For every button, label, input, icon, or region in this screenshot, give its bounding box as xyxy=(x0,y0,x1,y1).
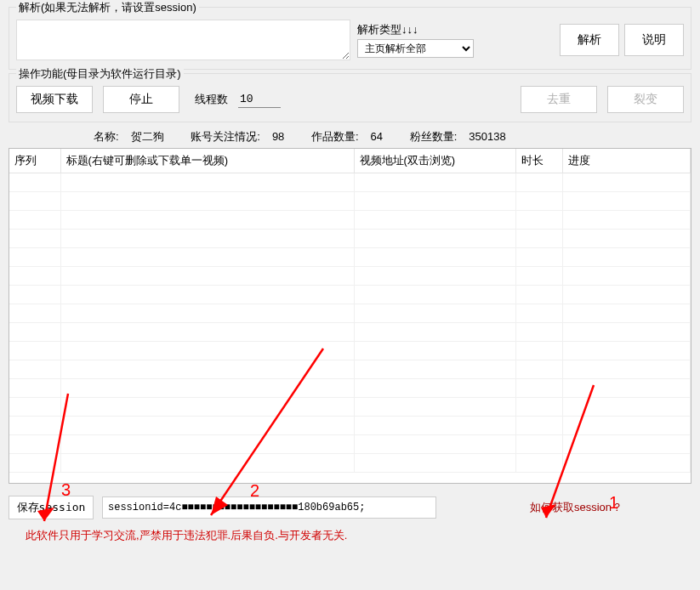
stop-button[interactable]: 停止 xyxy=(103,86,179,113)
disclaimer-text: 此软件只用于学习交流,严禁用于违法犯罪.后果自负.与开发者无关. xyxy=(26,528,700,543)
table-row[interactable] xyxy=(9,286,691,304)
ops-group-title: 操作功能(母目录为软件运行目录) xyxy=(16,66,184,82)
app-window: 解析(如果无法解析，请设置session) 解析类型↓↓↓ 主页解析全部 解析 … xyxy=(0,0,700,590)
fission-button[interactable]: 裂变 xyxy=(607,86,684,113)
col-duration: 时长 xyxy=(515,149,562,173)
dedupe-button[interactable]: 去重 xyxy=(521,86,597,113)
thread-input[interactable] xyxy=(238,91,281,108)
url-input[interactable] xyxy=(16,20,350,60)
table-row[interactable] xyxy=(9,417,691,435)
col-progress: 进度 xyxy=(562,149,691,173)
table-row[interactable] xyxy=(9,379,691,398)
video-table[interactable]: 序列 标题(右键可删除或下载单一视频) 视频地址(双击浏览) 时长 进度 xyxy=(9,148,691,484)
table-body[interactable] xyxy=(9,173,691,473)
table-row[interactable] xyxy=(9,323,691,342)
col-url: 视频地址(双击浏览) xyxy=(354,149,515,173)
help-button[interactable]: 说明 xyxy=(624,24,684,56)
thread-label: 线程数 xyxy=(195,92,228,107)
table-row[interactable] xyxy=(9,398,691,417)
howto-session-link[interactable]: 如何获取session？ xyxy=(530,500,623,515)
table-header-row: 序列 标题(右键可删除或下载单一视频) 视频地址(双击浏览) 时长 进度 xyxy=(9,149,691,173)
table-row[interactable] xyxy=(9,360,691,379)
table-row[interactable] xyxy=(9,230,691,248)
save-session-button[interactable]: 保存session xyxy=(9,496,94,519)
download-button[interactable]: 视频下载 xyxy=(16,86,93,113)
session-input[interactable] xyxy=(102,496,436,519)
table-row[interactable] xyxy=(9,248,691,267)
session-row: 保存session 如何获取session？ xyxy=(9,496,691,519)
table-row[interactable] xyxy=(9,435,691,454)
table-row[interactable] xyxy=(9,304,691,323)
parse-type-select[interactable]: 主页解析全部 xyxy=(357,39,474,58)
parse-group-title: 解析(如果无法解析，请设置session) xyxy=(16,0,199,15)
table-row[interactable] xyxy=(9,173,691,192)
table-row[interactable] xyxy=(9,342,691,360)
table-row[interactable] xyxy=(9,192,691,211)
col-title: 标题(右键可删除或下载单一视频) xyxy=(60,149,354,173)
col-seq: 序列 xyxy=(9,149,60,173)
parse-type-label: 解析类型↓↓↓ xyxy=(357,22,474,37)
table-row[interactable] xyxy=(9,211,691,230)
table-row[interactable] xyxy=(9,267,691,286)
info-bar: 名称:贺二狗 账号关注情况:98 作品数量:64 粉丝数量:350138 xyxy=(0,124,700,148)
ops-group: 操作功能(母目录为软件运行目录) 视频下载 停止 线程数 去重 裂变 xyxy=(9,73,691,122)
parse-button[interactable]: 解析 xyxy=(560,24,619,56)
parse-group: 解析(如果无法解析，请设置session) 解析类型↓↓↓ 主页解析全部 解析 … xyxy=(9,7,691,70)
table-row[interactable] xyxy=(9,454,691,473)
